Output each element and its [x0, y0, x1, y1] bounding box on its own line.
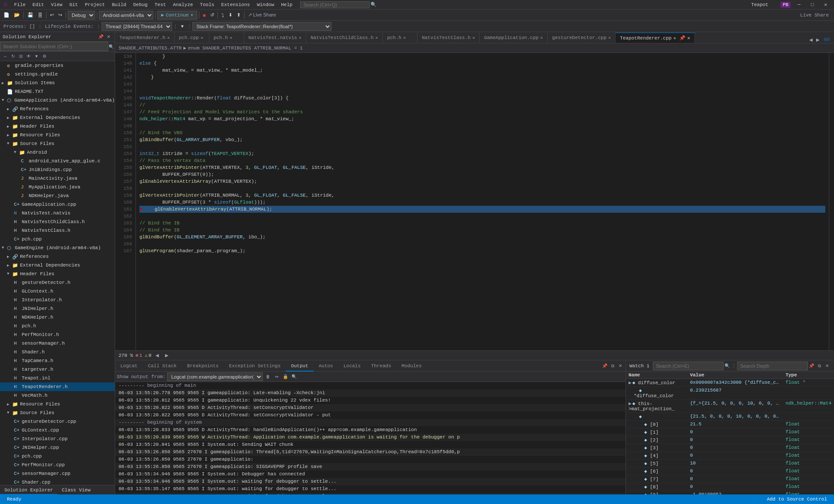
- step-over-btn[interactable]: ⤵: [220, 10, 226, 20]
- expand-icon[interactable]: ▶: [629, 380, 632, 385]
- se-pin-btn[interactable]: 📌: [97, 33, 104, 40]
- scroll-tabs-right[interactable]: ▶: [814, 36, 821, 43]
- step-into-btn[interactable]: ⬇: [227, 10, 234, 20]
- watch-search-btn[interactable]: 🔍: [724, 362, 731, 369]
- tree-item-shader-cpp[interactable]: C+ Shader.cpp: [0, 478, 115, 485]
- code-editor[interactable]: 1391401411421431441451461471481491501511…: [115, 53, 834, 350]
- tab-locals[interactable]: Locals: [338, 360, 366, 372]
- tree-item-natvis-test[interactable]: N NatvisTest.natvis: [0, 209, 115, 217]
- continue-btn[interactable]: ▶ Continue ▾: [157, 11, 197, 20]
- close-tab-icon[interactable]: ✕: [167, 35, 170, 40]
- tree-item-jni-helper-cpp[interactable]: C+ JNIHelper.cpp: [0, 443, 115, 452]
- tab-class-view[interactable]: Class View: [57, 485, 95, 495]
- tree-item-resource-files-ga[interactable]: ▶ 📁 Resource Files: [0, 131, 115, 139]
- minimize-btn[interactable]: ─: [794, 2, 804, 7]
- tab-game-application[interactable]: GameApplication.cpp ✕: [480, 33, 547, 43]
- close-tab-icon[interactable]: ✕: [403, 35, 406, 40]
- filter-btn[interactable]: ▼: [179, 22, 186, 31]
- menu-debug[interactable]: Debug: [130, 0, 151, 10]
- watch-row[interactable]: ◆ [2]0float: [626, 436, 834, 444]
- breadcrumb-part-2[interactable]: enum SHADER_ATTRIBUTES ATTRIB_NORMAL = 1: [188, 46, 303, 51]
- tree-item-game-application[interactable]: ▼ ⬡ GameApplication (Android-arm64-v8a): [0, 96, 115, 105]
- tree-item-jni-helper-h[interactable]: H JNIHelper.h: [0, 304, 115, 313]
- scroll-tabs-left[interactable]: ◀: [808, 36, 814, 43]
- restart-btn[interactable]: ↺: [208, 10, 216, 20]
- tree-item-interpolator-cpp[interactable]: C+ Interpolator.cpp: [0, 435, 115, 443]
- tree-item-readme[interactable]: 📄 README.TXT: [0, 87, 115, 96]
- watch-row[interactable]: ◆ [7]0float: [626, 475, 834, 483]
- tree-item-header-files-ga[interactable]: ▶ 📁 Header Files: [0, 122, 115, 131]
- menu-extensions[interactable]: Extensions: [218, 0, 253, 10]
- search-depth-input[interactable]: [737, 362, 808, 370]
- tree-item-tap-camera-h[interactable]: H TapCamera.h: [0, 356, 115, 365]
- pin-panel-btn[interactable]: 📌: [601, 362, 608, 369]
- save-all-btn[interactable]: 🗄: [36, 10, 44, 20]
- close-tab-icon[interactable]: ✕: [673, 36, 676, 41]
- debug-config-dropdown[interactable]: Debug: [68, 11, 95, 20]
- tree-item-external-deps-ge[interactable]: ▶ 📁 External Dependencies: [0, 261, 115, 270]
- menu-edit[interactable]: Edit: [29, 0, 47, 10]
- watch-row[interactable]: ◆ [9]-1.00100052float: [626, 491, 834, 495]
- menu-test[interactable]: Test: [151, 0, 169, 10]
- tree-item-shader-h[interactable]: H Shader.h: [0, 348, 115, 356]
- tab-output[interactable]: Output: [286, 360, 314, 372]
- tree-item-targetver-h[interactable]: H targetver.h: [0, 365, 115, 374]
- nav-forward-btn[interactable]: ▶: [163, 352, 170, 359]
- tree-item-game-engine[interactable]: ▼ ⬡ GameEngine (Android-arm64-v8a): [0, 244, 115, 252]
- tree-item-main-activity[interactable]: J MainActivity.java: [0, 174, 115, 183]
- tab-close-icon[interactable]: ✕: [687, 35, 690, 41]
- watch-pin-btn[interactable]: 📌: [808, 362, 815, 369]
- watch-content[interactable]: Name Value Type ▶◆ diffuse_color0x000000…: [626, 372, 834, 494]
- output-content[interactable]: --------- beginning of main06-03 13:55:2…: [115, 382, 626, 494]
- watch-row[interactable]: ◆ [4]0float: [626, 452, 834, 460]
- tree-item-gradle-properties[interactable]: ⚙ gradle.properties: [0, 61, 115, 70]
- word-wrap-btn[interactable]: ⇔: [273, 373, 280, 380]
- close-btn[interactable]: ✕: [821, 2, 831, 7]
- menu-analyze[interactable]: Analyze: [169, 0, 196, 10]
- clear-output-btn[interactable]: 🗑: [265, 373, 271, 380]
- tab-breakpoints[interactable]: Breakpoints: [182, 360, 224, 372]
- solution-search-btn[interactable]: 🔍: [108, 43, 115, 50]
- tree-item-pch-h[interactable]: H pch.h: [0, 322, 115, 330]
- find-in-output-btn[interactable]: 🔍: [291, 373, 298, 380]
- tab-pin-icon[interactable]: 📌: [679, 35, 685, 41]
- tree-item-references-ge[interactable]: ▶ 🔗 References: [0, 252, 115, 261]
- step-out-btn[interactable]: ⬆: [235, 10, 242, 20]
- output-source-dropdown[interactable]: Logcat (com.example.gameapplication): [167, 372, 263, 381]
- tree-item-glcontext-cpp[interactable]: C+ GLContext.cpp: [0, 426, 115, 435]
- se-close-btn[interactable]: ✕: [105, 33, 112, 40]
- float-panel-btn[interactable]: ⧉: [609, 362, 616, 369]
- tree-item-android-native[interactable]: C android_native_app_glue.c: [0, 157, 115, 165]
- tab-call-stack[interactable]: Call Stack: [143, 360, 182, 372]
- tree-item-pch-cpp-ge[interactable]: C+ pch.cpp: [0, 452, 115, 461]
- status-source-control[interactable]: Add to Source Control: [763, 497, 831, 502]
- menu-tools[interactable]: Tools: [196, 0, 218, 10]
- se-settings-btn[interactable]: ⚙: [41, 53, 48, 60]
- close-tab-icon[interactable]: ✕: [230, 35, 232, 40]
- tree-item-sensor-manager-cpp[interactable]: C+ sensorManager.cpp: [0, 469, 115, 478]
- tab-teapot-renderer-h[interactable]: TeapotRenderer.h ✕: [115, 33, 175, 43]
- tree-item-jni-bindings[interactable]: C+ JniBindings.cpp: [0, 165, 115, 174]
- watch-row[interactable]: ▶◆ this->mat_projection_{f_={21.5, 0, 0,…: [626, 400, 834, 413]
- watch-row[interactable]: ▶◆ diffuse_color0x0000007a342c3000 {*dif…: [626, 379, 834, 387]
- solution-search-input[interactable]: [0, 42, 108, 51]
- stack-frame-dropdown[interactable]: Stack Frame: TeapotRenderer::Render(floa…: [192, 22, 331, 31]
- close-panel-btn[interactable]: ✕: [617, 362, 624, 369]
- tab-threads[interactable]: Threads: [366, 360, 396, 372]
- tree-item-sensor-manager-h[interactable]: H sensorManager.h: [0, 339, 115, 348]
- watch-close-btn[interactable]: ✕: [824, 362, 831, 369]
- menu-project[interactable]: Project: [81, 0, 108, 10]
- editor-scrollbar-track[interactable]: [829, 53, 834, 350]
- tree-item-gesture-detector-cpp[interactable]: C+ gestureDetector.cpp: [0, 417, 115, 426]
- tree-item-game-application-cpp[interactable]: C+ GameApplication.cpp: [0, 200, 115, 209]
- tree-item-external-deps-ga[interactable]: ▶ 📁 External Dependencies: [0, 113, 115, 122]
- save-btn[interactable]: 💾: [26, 10, 35, 20]
- menu-view[interactable]: View: [47, 0, 66, 10]
- watch-search-input[interactable]: [653, 362, 724, 370]
- tree-item-teapot-inl[interactable]: H Teapot.inl: [0, 374, 115, 382]
- tree-item-my-application[interactable]: J MyApplication.java: [0, 183, 115, 191]
- tree-item-settings-gradle[interactable]: ⚙ settings.gradle: [0, 70, 115, 79]
- tree-item-natvis-child[interactable]: H NatvisTestChildClass.h: [0, 217, 115, 226]
- tree-item-ndk-helper-java[interactable]: J NDKHelper.java: [0, 191, 115, 200]
- close-tab-icon[interactable]: ✕: [608, 35, 611, 40]
